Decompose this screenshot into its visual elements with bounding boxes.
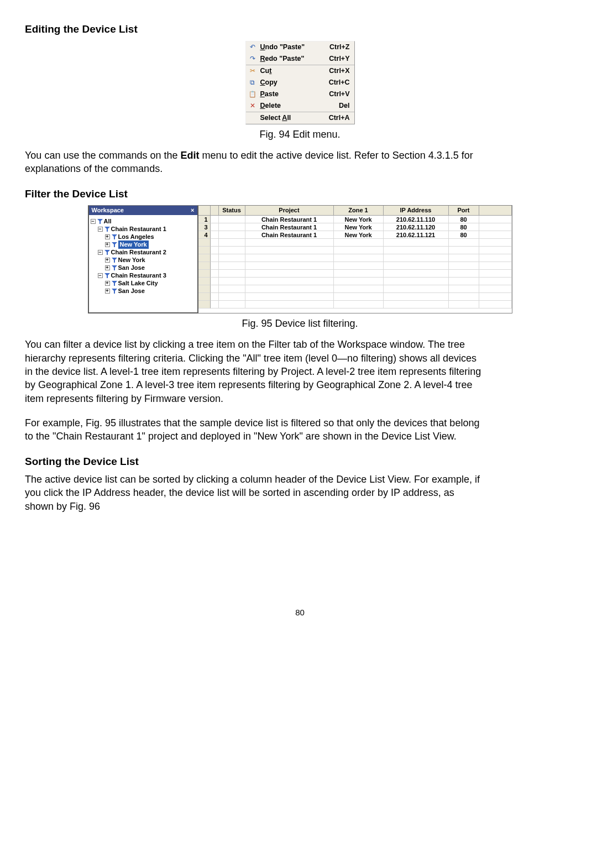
para-filter-example: For example, Fig. 95 illustrates that th… (25, 416, 484, 443)
table-row[interactable]: 4Chain Restaurant 1New York210.62.11.121… (198, 231, 512, 239)
table-empty-row (198, 247, 512, 254)
paste-label: Paste (260, 90, 326, 99)
cut-shortcut: Ctrl+X (329, 66, 349, 76)
table-empty-row (198, 285, 512, 293)
table-empty-row (198, 262, 512, 270)
funnel-icon (112, 289, 117, 294)
tree-slc[interactable]: +Salt Lake City (105, 279, 196, 287)
para-edit-menu-intro: You can use the commands on the Edit men… (25, 149, 484, 176)
para-sorting: The active device list can be sorted by … (25, 473, 484, 513)
copy-shortcut: Ctrl+C (329, 78, 350, 87)
workspace-titlebar: Workspace × (89, 206, 197, 215)
table-empty-row (198, 278, 512, 285)
delete-label: Delete (260, 101, 336, 111)
undo-shortcut: Ctrl+Z (329, 43, 349, 52)
table-header: Status Project Zone 1 IP Address Port (198, 206, 512, 216)
caption-fig94: Fig. 94 Edit menu. (25, 128, 575, 141)
menu-cut[interactable]: Cut Ctrl+X (246, 65, 354, 77)
col-rownum[interactable] (198, 206, 211, 215)
table-body: 1Chain Restaurant 1New York210.62.11.110… (198, 216, 512, 313)
funnel-icon (112, 281, 117, 286)
heading-filter: Filter the Device List (25, 187, 575, 201)
tree-ny-selected[interactable]: +New York (105, 240, 196, 248)
undo-icon (248, 43, 257, 51)
funnel-icon (97, 219, 103, 224)
tree-la[interactable]: +Los Angeles (105, 233, 196, 240)
undo-label: Undo "Paste" (260, 43, 327, 52)
menu-redo[interactable]: Redo "Paste" Ctrl+Y (246, 53, 354, 65)
menu-delete[interactable]: Delete Del (246, 100, 354, 112)
tree-all[interactable]: −All (91, 217, 196, 225)
col-port[interactable]: Port (449, 206, 479, 215)
col-ip[interactable]: IP Address (384, 206, 449, 215)
col-status[interactable]: Status (219, 206, 245, 215)
paste-shortcut: Ctrl+V (329, 90, 349, 99)
redo-icon (248, 54, 257, 63)
col-rest (479, 206, 512, 215)
tree-cr3[interactable]: −Chain Restaurant 3 (98, 271, 196, 279)
funnel-icon (112, 258, 117, 263)
menu-copy[interactable]: Copy Ctrl+C (246, 77, 354, 88)
workspace-panel: Workspace × −All −Chain Restaurant 1 +Lo… (88, 206, 198, 313)
workspace-title-text: Workspace (92, 206, 124, 215)
paste-icon (248, 90, 257, 98)
col-id[interactable] (211, 206, 219, 215)
copy-label: Copy (260, 78, 326, 87)
heading-editing: Editing the Device List (25, 22, 575, 36)
table-row[interactable]: 3Chain Restaurant 1New York210.62.11.120… (198, 223, 512, 231)
menu-undo[interactable]: Undo "Paste" Ctrl+Z (246, 41, 354, 53)
funnel-icon (104, 273, 110, 278)
tree-sj[interactable]: +San Jose (105, 264, 196, 271)
tree-sj2[interactable]: +San Jose (105, 287, 196, 295)
table-empty-row (198, 254, 512, 262)
menu-select-all[interactable]: Select All Ctrl+A (246, 112, 354, 124)
edit-menu: Undo "Paste" Ctrl+Z Redo "Paste" Ctrl+Y … (245, 41, 355, 124)
select-all-shortcut: Ctrl+A (329, 113, 350, 123)
tree-cr2[interactable]: −Chain Restaurant 2 (98, 248, 196, 256)
filter-tree: −All −Chain Restaurant 1 +Los Angeles +N… (89, 215, 197, 312)
delete-icon (248, 101, 257, 110)
para-filter-explain: You can filter a device list by clicking… (25, 338, 484, 405)
col-zone1[interactable]: Zone 1 (334, 206, 384, 215)
funnel-icon (112, 234, 117, 239)
device-table-panel: Status Project Zone 1 IP Address Port 1C… (198, 206, 512, 313)
funnel-icon (112, 265, 117, 270)
table-row[interactable]: 1Chain Restaurant 1New York210.62.11.110… (198, 216, 512, 223)
menu-paste[interactable]: Paste Ctrl+V (246, 88, 354, 100)
col-project[interactable]: Project (245, 206, 334, 215)
workspace-close-button[interactable]: × (191, 206, 194, 215)
funnel-icon (112, 242, 117, 247)
copy-icon (248, 78, 257, 87)
page-number: 80 (25, 607, 575, 618)
table-empty-row (198, 270, 512, 278)
cut-label: Cut (260, 66, 326, 76)
fig95-filter: Workspace × −All −Chain Restaurant 1 +Lo… (25, 205, 575, 313)
table-empty-row (198, 293, 512, 301)
select-all-label: Select All (260, 113, 326, 123)
redo-shortcut: Ctrl+Y (329, 54, 349, 64)
fig94-edit-menu: Undo "Paste" Ctrl+Z Redo "Paste" Ctrl+Y … (25, 41, 575, 124)
heading-sorting: Sorting the Device List (25, 454, 575, 469)
table-empty-row (198, 301, 512, 308)
funnel-icon (104, 250, 110, 255)
redo-label: Redo "Paste" (260, 54, 326, 64)
funnel-icon (104, 227, 110, 232)
blank-icon (248, 113, 257, 122)
delete-shortcut: Del (339, 101, 349, 111)
caption-fig95: Fig. 95 Device list filtering. (25, 317, 575, 330)
tree-ny2[interactable]: +New York (105, 256, 196, 264)
table-empty-row (198, 239, 512, 247)
tree-cr1[interactable]: −Chain Restaurant 1 (98, 225, 196, 233)
cut-icon (248, 66, 257, 75)
